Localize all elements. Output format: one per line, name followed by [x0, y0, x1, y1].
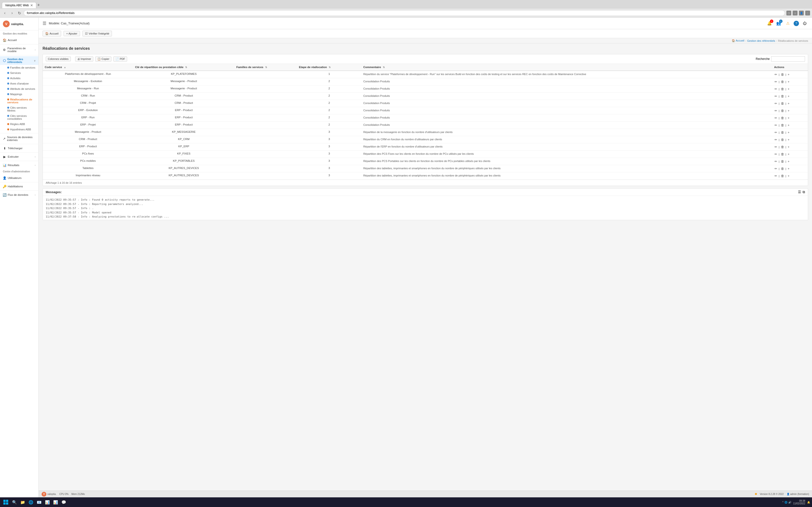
sidebar-sub-cles-filtrees[interactable]: Clés services filtrées: [0, 105, 39, 113]
add-row-button[interactable]: +: [787, 174, 790, 178]
help-icon[interactable]: ?: [794, 21, 799, 26]
taskbar-teams[interactable]: 💬: [60, 499, 67, 506]
delete-button[interactable]: 🗑: [780, 167, 784, 171]
add-row-button[interactable]: +: [787, 152, 790, 156]
edit-button[interactable]: ✏: [774, 145, 778, 149]
sidebar-item-parametres[interactable]: ⚙ Paramètres de modèle ›: [0, 45, 39, 54]
hamburger-button[interactable]: ☰: [43, 21, 46, 26]
taskbar-files[interactable]: 📁: [19, 499, 26, 506]
sidebar-sub-reallocations[interactable]: Réallocations de services: [0, 97, 39, 105]
delete-button[interactable]: 🗑: [780, 94, 784, 98]
forward-button[interactable]: ›: [9, 10, 15, 16]
delete-button[interactable]: 🗑: [780, 159, 784, 163]
delete-button[interactable]: 🗑: [780, 123, 784, 127]
col-etape[interactable]: Etape de réallocation ⇅: [297, 64, 361, 71]
sidebar-sub-mappings[interactable]: Mappings: [0, 92, 39, 97]
taskbar-search[interactable]: 🔍: [11, 499, 18, 506]
add-row-button[interactable]: +: [787, 109, 790, 113]
delete-button[interactable]: 🗑: [780, 109, 784, 113]
col-cle[interactable]: Clé de répartition ou prestation cible ⇅: [133, 64, 235, 71]
edit-button[interactable]: ✏: [774, 137, 778, 142]
back-button[interactable]: ‹: [2, 10, 8, 16]
edit-button[interactable]: ✏: [774, 87, 778, 91]
delete-button[interactable]: 🗑: [780, 101, 784, 106]
copy-messages-icon[interactable]: ⧉: [803, 190, 805, 194]
edit-button[interactable]: ✏: [774, 80, 778, 84]
delete-button[interactable]: 🗑: [780, 72, 784, 76]
warning-icon[interactable]: ⚠: [784, 20, 791, 27]
sidebar-item-flux[interactable]: 🔄 Flux de données ›: [0, 192, 39, 198]
profile-icon[interactable]: 👤: [799, 11, 804, 15]
bookmark-icon[interactable]: ☆: [793, 11, 798, 15]
add-row-button[interactable]: +: [787, 101, 790, 106]
edit-button[interactable]: ✏: [774, 130, 778, 134]
reload-button[interactable]: ↻: [16, 10, 22, 16]
delete-button[interactable]: 🗑: [780, 152, 784, 156]
sidebar-sub-familles[interactable]: Familles de services: [0, 65, 39, 70]
delete-button[interactable]: 🗑: [780, 174, 784, 178]
edit-button[interactable]: ✏: [774, 167, 778, 171]
address-input[interactable]: [24, 10, 785, 16]
sidebar-item-utilisateurs[interactable]: 👤 Utilisateurs: [0, 175, 39, 181]
sidebar-sub-cles-consolidees[interactable]: Clés services consolidées: [0, 113, 39, 121]
col-famille[interactable]: Familles de services ⇅: [235, 64, 297, 71]
sidebar-item-referentiels[interactable]: ⬡ Gestion des référentiels ∨: [0, 56, 39, 65]
add-row-button[interactable]: +: [787, 130, 790, 134]
tab-close-btn[interactable]: ✕: [30, 3, 33, 7]
sidebar-item-resultats[interactable]: 📊 Résultats ›: [0, 162, 39, 168]
list-icon[interactable]: ☰: [798, 190, 801, 194]
breadcrumb-referentials[interactable]: Gestion des référentiels: [747, 39, 775, 42]
edit-button[interactable]: ✏: [774, 116, 778, 120]
people-icon[interactable]: 👥 1: [775, 20, 782, 27]
edit-button[interactable]: ✏: [774, 159, 778, 163]
sidebar-sub-regles[interactable]: Règles ABB: [0, 121, 39, 127]
col-commentaire[interactable]: Commentaire ⇅: [361, 64, 772, 71]
edit-button[interactable]: ✏: [774, 174, 778, 178]
sidebar-item-accueil[interactable]: 🏠 Accueil: [0, 37, 39, 43]
sidebar-item-habilitations[interactable]: 🔑 Habilitations: [0, 183, 39, 189]
add-row-button[interactable]: +: [787, 72, 790, 76]
taskbar-powerpoint[interactable]: 📊: [52, 499, 59, 506]
add-row-button[interactable]: +: [787, 80, 790, 84]
add-row-button[interactable]: +: [787, 123, 790, 127]
copy-button[interactable]: 📋 Copier: [95, 56, 111, 62]
sidebar-sub-activites[interactable]: Activités: [0, 75, 39, 81]
edit-button[interactable]: ✏: [774, 101, 778, 106]
add-row-button[interactable]: +: [787, 87, 790, 91]
pdf-button[interactable]: 📄 PDF: [113, 56, 127, 62]
extensions-icon[interactable]: ⬡: [786, 11, 791, 15]
search-input[interactable]: [771, 56, 805, 62]
edit-button[interactable]: ✏: [774, 123, 778, 127]
print-button[interactable]: 🖨 Imprimer: [75, 56, 93, 62]
sidebar-sub-axes[interactable]: Axes d'analyse: [0, 81, 39, 86]
notification-bell[interactable]: 🔔 2: [766, 20, 773, 27]
col-code[interactable]: Code service ▲: [43, 64, 133, 71]
sidebar-item-executer[interactable]: ▶ Exécuter ›: [0, 154, 39, 160]
add-row-button[interactable]: +: [787, 137, 790, 142]
sidebar-item-sources[interactable]: ↗ Sources de données externes: [0, 134, 39, 143]
delete-button[interactable]: 🗑: [780, 130, 784, 134]
add-row-button[interactable]: +: [787, 116, 790, 120]
delete-button[interactable]: 🗑: [780, 145, 784, 149]
columns-visible-button[interactable]: Colonnes visibles: [46, 56, 71, 61]
home-button[interactable]: 🏠 Accueil: [43, 31, 61, 37]
add-row-button[interactable]: +: [787, 145, 790, 149]
sidebar-sub-services[interactable]: Services: [0, 70, 39, 75]
taskbar-excel[interactable]: 📊: [44, 499, 51, 506]
sidebar-sub-attributs[interactable]: Attributs de services: [0, 86, 39, 92]
delete-button[interactable]: 🗑: [780, 80, 784, 84]
edit-button[interactable]: ✏: [774, 109, 778, 113]
edit-button[interactable]: ✏: [774, 152, 778, 156]
sidebar-sub-hypotheses[interactable]: Hypothèses ABB: [0, 127, 39, 132]
edit-button[interactable]: ✏: [774, 94, 778, 98]
add-button[interactable]: + Ajouter: [63, 31, 80, 36]
new-tab-button[interactable]: +: [37, 3, 40, 8]
add-row-button[interactable]: +: [787, 94, 790, 98]
add-row-button[interactable]: +: [787, 167, 790, 171]
notification-icon[interactable]: 🔔: [807, 501, 810, 504]
delete-button[interactable]: 🗑: [780, 137, 784, 142]
verify-button[interactable]: ☑ Vérifier l'intégrité: [83, 31, 112, 37]
menu-icon[interactable]: ⋮: [805, 11, 810, 15]
taskbar-outlook[interactable]: 📧: [36, 499, 43, 506]
edit-button[interactable]: ✏: [774, 72, 778, 76]
